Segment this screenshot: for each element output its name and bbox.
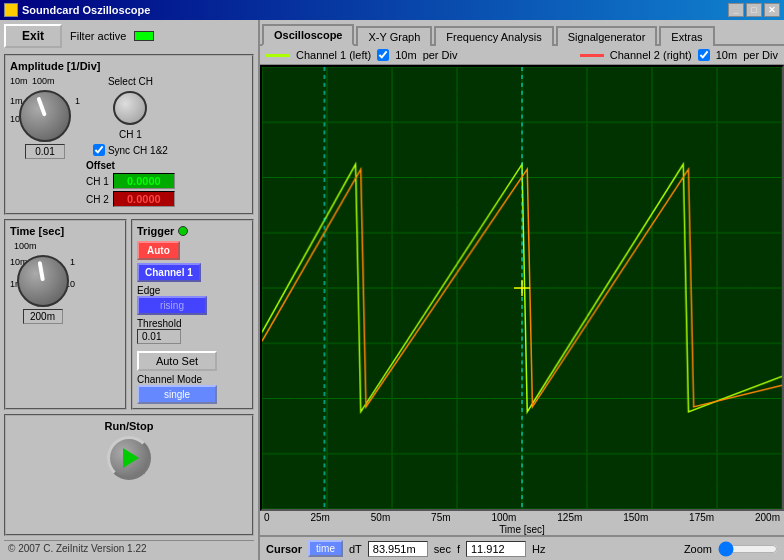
amplitude-panel: Amplitude [1/Div] 10m 100m 1m 1 100u 0.0… [4, 54, 254, 215]
trigger-title: Trigger [137, 225, 174, 237]
ch1-offset-label: CH 1 [86, 176, 109, 187]
time-title: Time [sec] [10, 225, 121, 237]
x-label-125m: 125m [557, 512, 582, 523]
trigger-header: Trigger [137, 225, 248, 237]
trigger-channel-row: Channel 1 [137, 263, 248, 282]
left-panel: Exit Filter active Amplitude [1/Div] 10m… [0, 20, 260, 560]
cursor-type-select[interactable]: time [308, 540, 343, 557]
exit-button[interactable]: Exit [4, 24, 62, 48]
tab-frequency-analysis[interactable]: Frequency Analysis [434, 26, 553, 46]
amplitude-title: Amplitude [1/Div] [10, 60, 248, 72]
close-button[interactable]: ✕ [764, 3, 780, 17]
run-stop-panel: Run/Stop [4, 414, 254, 536]
amplitude-knob[interactable] [19, 90, 71, 142]
x-label-150m: 150m [623, 512, 648, 523]
title-bar: Soundcard Oszilloscope _ □ ✕ [0, 0, 784, 20]
threshold-input[interactable] [137, 329, 181, 344]
ch1-offset-row: CH 1 0.0000 [86, 173, 175, 189]
scope-wrapper: 0 25m 50m 75m 100m 125m 150m 175m 200m T… [260, 65, 784, 560]
x-label-200m: 200m [755, 512, 780, 523]
time-content: 100m 10m 1 1m 10 200m [10, 241, 121, 324]
minimize-button[interactable]: _ [728, 3, 744, 17]
ch-select-knob[interactable] [113, 91, 147, 125]
filter-active-label: Filter active [70, 30, 126, 42]
x-label-100m: 100m [491, 512, 516, 523]
ch2-per-div-label: per Div [743, 49, 778, 61]
x-label-50m: 50m [371, 512, 390, 523]
copyright: © 2007 C. ZeiInitz Version 1.22 [4, 540, 254, 556]
scope-screen[interactable] [260, 65, 784, 511]
x-axis-labels: 0 25m 50m 75m 100m 125m 150m 175m 200m [260, 511, 784, 524]
zoom-label: Zoom [684, 543, 712, 555]
time-trigger-row: Time [sec] 100m 10m 1 1m 10 [4, 219, 254, 410]
tab-oscilloscope[interactable]: Oscilloscope [262, 24, 354, 46]
maximize-button[interactable]: □ [746, 3, 762, 17]
edge-row: rising [137, 296, 248, 315]
ch2-offset-value[interactable]: 0.0000 [113, 191, 175, 207]
ch2-offset-label: CH 2 [86, 194, 109, 205]
x-axis-title: Time [sec] [260, 524, 784, 535]
edge-label: Edge [137, 285, 248, 296]
f-unit: Hz [532, 543, 545, 555]
cursor-label: Cursor [266, 543, 302, 555]
ch-select-section: Select CH CH 1 Sync CH 1&2 Offset CH 1 0… [86, 76, 175, 209]
main-container: Exit Filter active Amplitude [1/Div] 10m… [0, 20, 784, 560]
ch2-offset-row: CH 2 0.0000 [86, 191, 175, 207]
time-panel: Time [sec] 100m 10m 1 1m 10 [4, 219, 127, 410]
x-label-175m: 175m [689, 512, 714, 523]
threshold-row [137, 329, 248, 344]
sync-checkbox[interactable] [93, 144, 105, 156]
tab-bar: Oscilloscope X-Y Graph Frequency Analysi… [260, 20, 784, 46]
cursor-bar: Cursor time dT sec f Hz Zoom [260, 535, 784, 560]
ch1-per-div-label: per Div [423, 49, 458, 61]
amplitude-knob-section: 10m 100m 1m 1 100u 0.01 [10, 76, 80, 159]
channel-bar: Channel 1 (left) 10m per Div Channel 2 (… [260, 46, 784, 65]
x-label-75m: 75m [431, 512, 450, 523]
offset-label: Offset [86, 160, 175, 171]
trigger-channel-select[interactable]: Channel 1 [137, 263, 201, 282]
ch1-color-indicator [266, 54, 290, 57]
ch2-color-indicator [580, 54, 604, 57]
f-value[interactable] [466, 541, 526, 557]
ch2-legend-label: Channel 2 (right) [610, 49, 692, 61]
threshold-label: Threshold [137, 318, 248, 329]
scope-canvas [262, 67, 782, 509]
ch1-legend-label: Channel 1 (left) [296, 49, 371, 61]
sync-label: Sync CH 1&2 [108, 145, 168, 156]
app-icon [4, 3, 18, 17]
tab-extras[interactable]: Extras [659, 26, 714, 46]
f-label: f [457, 543, 460, 555]
time-value: 200m [23, 309, 63, 324]
trigger-auto-button[interactable]: Auto [137, 241, 180, 260]
dT-unit: sec [434, 543, 451, 555]
amplitude-content: 10m 100m 1m 1 100u 0.01 Select CH CH 1 [10, 76, 248, 209]
filter-led [134, 31, 154, 41]
window-controls: _ □ ✕ [728, 3, 780, 17]
x-label-0: 0 [264, 512, 270, 523]
trigger-panel: Trigger Auto Channel 1 Edge rising Thres… [131, 219, 254, 410]
edge-select[interactable]: rising [137, 296, 207, 315]
tab-signal-generator[interactable]: Signalgenerator [556, 26, 658, 46]
ch1-offset-value[interactable]: 0.0000 [113, 173, 175, 189]
play-icon [123, 448, 139, 468]
channel-mode-label: Channel Mode [137, 374, 248, 385]
time-knob-section: 100m 10m 1 1m 10 200m [10, 241, 75, 324]
trigger-auto-row: Auto [137, 241, 248, 260]
ch1-visible-checkbox[interactable] [377, 49, 389, 61]
zoom-slider[interactable] [718, 541, 778, 557]
amplitude-value: 0.01 [25, 144, 65, 159]
dT-label: dT [349, 543, 362, 555]
sync-row: Sync CH 1&2 [93, 144, 168, 156]
ch1-label: CH 1 [119, 129, 142, 140]
offset-section: Offset CH 1 0.0000 CH 2 0.0000 [86, 160, 175, 209]
time-knob[interactable] [17, 255, 69, 307]
ch2-visible-checkbox[interactable] [698, 49, 710, 61]
auto-set-button[interactable]: Auto Set [137, 351, 217, 371]
run-stop-button[interactable] [107, 436, 151, 480]
channel-mode-select[interactable]: single [137, 385, 217, 404]
ch1-per-div-value: 10m [395, 49, 416, 61]
right-panel: Oscilloscope X-Y Graph Frequency Analysi… [260, 20, 784, 560]
exit-row: Exit Filter active [4, 24, 254, 48]
tab-xy-graph[interactable]: X-Y Graph [356, 26, 432, 46]
dT-value[interactable] [368, 541, 428, 557]
